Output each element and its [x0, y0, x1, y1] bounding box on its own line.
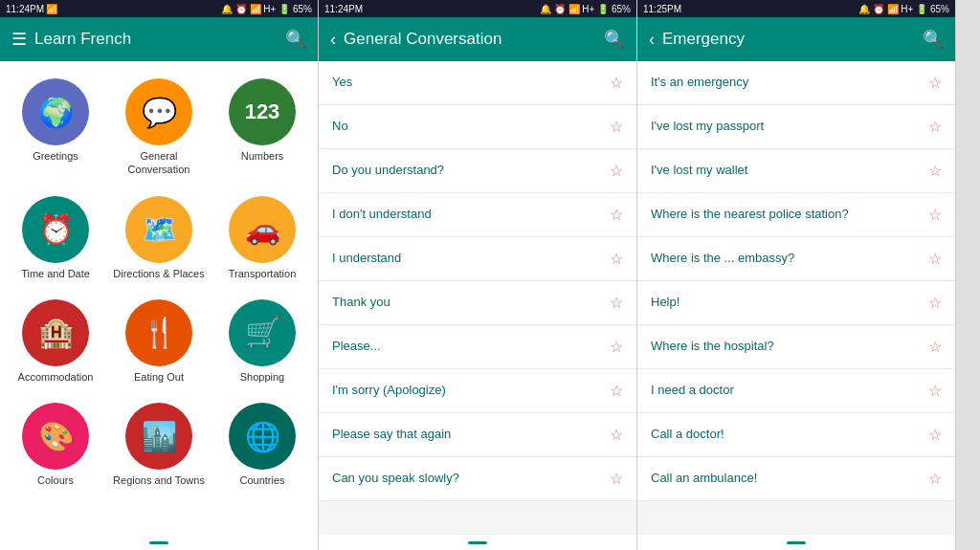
favorite-icon[interactable]: ☆	[610, 118, 623, 136]
search-icon-2[interactable]: 🔍	[604, 29, 625, 50]
list-item[interactable]: Call an ambulance! ☆	[637, 457, 955, 501]
status-bar-2: 11:24PM 🔔 ⏰ 📶 H+ 🔋 65%	[319, 0, 636, 17]
back-icon-2[interactable]: ‹	[330, 30, 336, 50]
favorite-icon[interactable]: ☆	[928, 470, 942, 488]
list-item[interactable]: Where is the ... embassy? ☆	[637, 237, 955, 281]
category-label-numbers: Numbers	[241, 149, 284, 163]
category-circle-eating: 🍴	[125, 299, 192, 366]
category-label-greetings: Greetings	[33, 149, 78, 163]
list-item-text: I'm sorry (Apologize)	[332, 383, 602, 399]
favorite-icon[interactable]: ☆	[610, 206, 623, 224]
favorite-icon[interactable]: ☆	[610, 162, 623, 180]
header-2: ‹ General Conversation 🔍	[319, 17, 636, 61]
status-bar-1: 11:24PM 📶 🔔 ⏰ 📶 H+ 🔋 65%	[0, 0, 318, 17]
list-item[interactable]: I need a doctor ☆	[637, 369, 955, 413]
category-circle-colours: 🎨	[22, 403, 89, 470]
conversation-list: Yes ☆ No ☆ Do you understand? ☆ I don't …	[319, 61, 636, 535]
list-item[interactable]: I don't understand ☆	[319, 193, 636, 237]
favorite-icon[interactable]: ☆	[610, 338, 623, 356]
category-grid: 🌍 Greetings 💬 General Conversation 123 N…	[4, 69, 314, 496]
category-label-directions: Directions & Places	[113, 267, 204, 280]
favorite-icon[interactable]: ☆	[928, 250, 942, 268]
category-grid-container: 🌍 Greetings 💬 General Conversation 123 N…	[0, 61, 318, 535]
search-icon-1[interactable]: 🔍	[285, 29, 306, 50]
category-circle-countries: 🌐	[229, 403, 296, 470]
list-item[interactable]: No ☆	[319, 105, 636, 149]
category-label-accom: Accommodation	[18, 370, 94, 384]
list-item-text: Where is the ... embassy?	[651, 251, 921, 267]
favorite-icon[interactable]: ☆	[928, 118, 942, 136]
favorite-icon[interactable]: ☆	[928, 206, 942, 224]
list-item[interactable]: Can you speak slowly? ☆	[319, 457, 636, 501]
list-item-text: Do you understand?	[332, 163, 602, 179]
page-title-3: Emergency	[662, 30, 745, 49]
category-numbers[interactable]: 123 Numbers	[214, 73, 310, 183]
category-general-conversation[interactable]: 💬 General Conversation	[111, 73, 207, 183]
header-3: ‹ Emergency 🔍	[637, 17, 955, 61]
category-transportation[interactable]: 🚗 Transportation	[214, 190, 310, 286]
category-label-shopping: Shopping	[240, 370, 285, 384]
favorite-icon[interactable]: ☆	[610, 426, 623, 444]
list-item[interactable]: I understand ☆	[319, 237, 636, 281]
favorite-icon[interactable]: ☆	[610, 382, 623, 400]
favorite-icon[interactable]: ☆	[610, 470, 623, 488]
category-colours[interactable]: 🎨 Colours	[8, 397, 103, 493]
category-circle-numbers: 123	[229, 78, 296, 145]
list-item[interactable]: Thank you ☆	[319, 281, 636, 325]
list-item-text: Call a doctor!	[651, 427, 921, 443]
list-item-text: Yes	[332, 75, 602, 91]
emergency-list: It's an emergency ☆ I've lost my passpor…	[637, 61, 955, 535]
category-time-date[interactable]: ⏰ Time and Date	[8, 190, 103, 286]
category-accommodation[interactable]: 🏨 Accommodation	[8, 294, 103, 389]
list-item[interactable]: Please say that again ☆	[319, 413, 636, 457]
category-label-eating: Eating Out	[134, 370, 184, 384]
list-item-text: I understand	[332, 251, 602, 267]
favorite-icon[interactable]: ☆	[928, 338, 942, 356]
list-item-text: I've lost my wallet	[651, 163, 921, 179]
favorite-icon[interactable]: ☆	[928, 74, 942, 92]
list-item[interactable]: Do you understand? ☆	[319, 149, 636, 193]
favorite-icon[interactable]: ☆	[610, 250, 623, 268]
back-icon-3[interactable]: ‹	[649, 30, 655, 50]
category-label-general: General Conversation	[113, 149, 205, 177]
category-eating-out[interactable]: 🍴 Eating Out	[111, 294, 207, 389]
favorite-icon[interactable]: ☆	[928, 294, 942, 312]
list-item[interactable]: Yes ☆	[319, 61, 636, 105]
category-circle-directions: 🗺️	[125, 196, 192, 263]
list-item[interactable]: Call a doctor! ☆	[637, 413, 955, 457]
category-regions[interactable]: 🏙️ Regions and Towns	[111, 397, 207, 493]
favorite-icon[interactable]: ☆	[928, 382, 942, 400]
list-item[interactable]: Where is the hospital? ☆	[637, 325, 955, 369]
category-shopping[interactable]: 🛒 Shopping	[214, 294, 310, 389]
list-item-text: Thank you	[332, 295, 602, 311]
list-item[interactable]: I've lost my passport ☆	[637, 105, 955, 149]
list-item[interactable]: Where is the nearest police station? ☆	[637, 193, 955, 237]
category-label-countries: Countries	[239, 473, 284, 487]
category-circle-regions: 🏙️	[125, 403, 192, 470]
page-title-2: General Conversation	[344, 30, 501, 49]
category-circle-accom: 🏨	[22, 299, 89, 366]
category-countries[interactable]: 🌐 Countries	[214, 397, 310, 493]
category-greetings[interactable]: 🌍 Greetings	[8, 73, 103, 183]
bottom-indicator-1	[0, 535, 318, 550]
category-circle-general: 💬	[125, 78, 192, 145]
panel-learn-french: 11:24PM 📶 🔔 ⏰ 📶 H+ 🔋 65% ☰ Learn French …	[0, 0, 319, 550]
bottom-indicator-2	[319, 535, 636, 550]
list-item-text: Where is the hospital?	[651, 339, 921, 355]
list-item[interactable]: Help! ☆	[637, 281, 955, 325]
list-item-text: Please...	[332, 339, 602, 355]
favorite-icon[interactable]: ☆	[928, 426, 942, 444]
list-item[interactable]: It's an emergency ☆	[637, 61, 955, 105]
status-time-1: 11:24PM 📶	[6, 4, 57, 14]
menu-icon[interactable]: ☰	[11, 29, 27, 50]
search-icon-3[interactable]: 🔍	[923, 29, 944, 50]
favorite-icon[interactable]: ☆	[928, 162, 942, 180]
list-item[interactable]: Please... ☆	[319, 325, 636, 369]
list-item-text: I've lost my passport	[651, 119, 921, 135]
favorite-icon[interactable]: ☆	[610, 74, 623, 92]
category-directions[interactable]: 🗺️ Directions & Places	[111, 190, 207, 286]
list-item[interactable]: I'm sorry (Apologize) ☆	[319, 369, 636, 413]
category-circle-time: ⏰	[22, 196, 89, 263]
favorite-icon[interactable]: ☆	[610, 294, 623, 312]
list-item[interactable]: I've lost my wallet ☆	[637, 149, 955, 193]
